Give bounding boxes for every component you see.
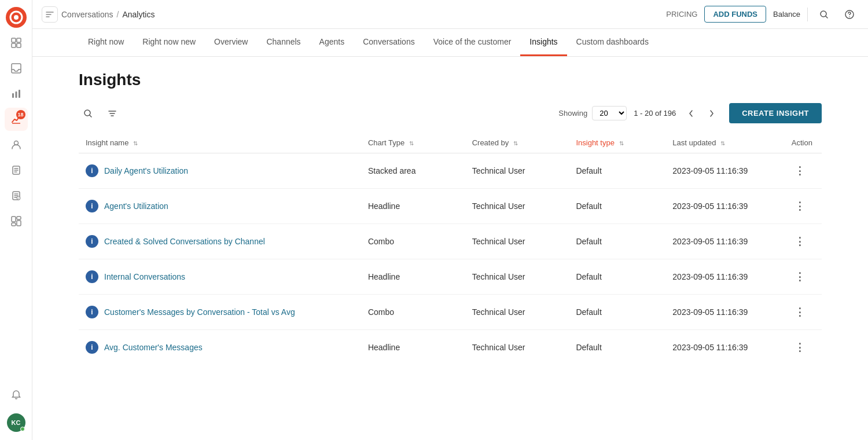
cell-insight-name-0: i Daily Agent's Utilization <box>79 153 361 189</box>
th-chart-type[interactable]: Chart Type ⇅ <box>361 133 465 153</box>
svg-rect-17 <box>17 221 21 226</box>
sort-insight-name-icon: ⇅ <box>133 140 138 146</box>
insight-link-1[interactable]: Agent's Utilization <box>104 201 168 211</box>
breadcrumb-current: Analytics <box>122 10 155 19</box>
main-area: Conversations / Analytics PRICING ADD FU… <box>32 0 868 440</box>
cell-chart-type-2: Combo <box>361 224 465 259</box>
info-icon-2[interactable]: i <box>86 235 98 248</box>
cell-last-updated-2: 2023-09-05 11:16:39 <box>665 224 784 259</box>
header-divider <box>807 8 808 21</box>
table-row: i Daily Agent's Utilization Stacked area… <box>79 153 822 189</box>
info-icon-1[interactable]: i <box>86 200 98 212</box>
balance-label: Balance <box>773 10 800 19</box>
sidebar-item-reports2[interactable] <box>5 159 28 182</box>
sidebar-item-inbox[interactable] <box>5 57 28 80</box>
cell-chart-type-4: Combo <box>361 295 465 330</box>
svg-rect-10 <box>19 90 20 98</box>
insights-table: Insight name ⇅ Chart Type ⇅ Created by ⇅… <box>79 133 822 365</box>
sidebar-item-reports[interactable] <box>5 82 28 105</box>
cell-action-4: ⋮ <box>785 295 822 330</box>
insight-link-5[interactable]: Avg. Customer's Messages <box>104 343 203 352</box>
page-range: 1 - 20 of 196 <box>634 109 676 118</box>
user-avatar: KC <box>7 413 25 432</box>
help-button[interactable] <box>840 5 859 24</box>
tab-insights[interactable]: Insights <box>520 29 567 56</box>
tab-right-now-new[interactable]: Right now new <box>133 29 205 56</box>
add-funds-button[interactable]: ADD FUNDS <box>704 6 766 23</box>
sidebar-item-analytics[interactable]: 18 <box>5 108 28 131</box>
cell-created-by-1: Technical User <box>465 189 569 224</box>
sidebar-avatar[interactable]: KC <box>5 411 28 434</box>
cell-created-by-0: Technical User <box>465 153 569 189</box>
svg-rect-9 <box>15 91 17 98</box>
tab-channels[interactable]: Channels <box>257 29 310 56</box>
table-row: i Agent's Utilization Headline Technical… <box>79 189 822 224</box>
breadcrumb-parent[interactable]: Conversations <box>61 10 113 19</box>
expand-nav-button[interactable] <box>42 6 58 23</box>
cell-insight-type-2: Default <box>569 224 665 259</box>
tab-navigation: Right now Right now new Overview Channel… <box>32 29 868 57</box>
info-icon-0[interactable]: i <box>86 164 98 177</box>
tab-conversations[interactable]: Conversations <box>354 29 424 56</box>
info-icon-3[interactable]: i <box>86 270 98 283</box>
cell-last-updated-4: 2023-09-05 11:16:39 <box>665 295 784 330</box>
svg-rect-4 <box>17 38 21 42</box>
tab-voice-of-customer[interactable]: Voice of the customer <box>424 29 521 56</box>
action-menu-button-1[interactable]: ⋮ <box>792 198 808 214</box>
table-row: i Customer's Messages by Conversation - … <box>79 295 822 330</box>
info-icon-4[interactable]: i <box>86 306 98 318</box>
svg-point-21 <box>849 16 850 17</box>
toolbar-row: Showing 20 50 100 1 - 20 of 196 <box>79 103 822 123</box>
action-menu-button-5[interactable]: ⋮ <box>792 339 808 355</box>
prev-page-button[interactable] <box>683 105 699 122</box>
top-header: Conversations / Analytics PRICING ADD FU… <box>32 0 868 29</box>
tab-overview[interactable]: Overview <box>205 29 257 56</box>
sidebar-logo[interactable] <box>5 6 28 29</box>
cell-action-3: ⋮ <box>785 259 822 295</box>
action-menu-button-0[interactable]: ⋮ <box>792 163 808 179</box>
tab-right-now[interactable]: Right now <box>79 29 133 56</box>
th-last-updated[interactable]: Last updated ⇅ <box>665 133 784 153</box>
cell-insight-name-2: i Created & Solved Conversations by Chan… <box>79 224 361 259</box>
cell-chart-type-1: Headline <box>361 189 465 224</box>
showing-label: Showing <box>558 109 587 118</box>
table-header: Insight name ⇅ Chart Type ⇅ Created by ⇅… <box>79 133 822 153</box>
sidebar-item-audit[interactable] <box>5 184 28 207</box>
insight-link-0[interactable]: Daily Agent's Utilization <box>104 166 188 175</box>
search-insights-button[interactable] <box>79 104 97 123</box>
sort-chart-type-icon: ⇅ <box>409 140 414 146</box>
action-menu-button-2[interactable]: ⋮ <box>792 233 808 250</box>
tab-agents[interactable]: Agents <box>310 29 354 56</box>
next-page-button[interactable] <box>704 105 720 122</box>
action-menu-button-3[interactable]: ⋮ <box>792 269 808 285</box>
action-menu-button-4[interactable]: ⋮ <box>792 304 808 320</box>
filter-button[interactable] <box>103 104 122 123</box>
cell-created-by-5: Technical User <box>465 330 569 365</box>
th-created-by[interactable]: Created by ⇅ <box>465 133 569 153</box>
svg-point-2 <box>14 15 19 20</box>
cell-action-0: ⋮ <box>785 153 822 189</box>
tab-custom-dashboards[interactable]: Custom dashboards <box>567 29 658 56</box>
breadcrumb-separator: / <box>117 10 119 19</box>
sidebar-bell[interactable] <box>5 383 28 406</box>
sidebar: 18 <box>0 0 32 440</box>
svg-rect-6 <box>17 43 21 47</box>
cell-insight-type-3: Default <box>569 259 665 295</box>
sidebar-item-dashboard[interactable] <box>5 210 28 233</box>
cell-insight-name-1: i Agent's Utilization <box>79 189 361 224</box>
pricing-link[interactable]: PRICING <box>666 10 697 19</box>
th-insight-name[interactable]: Insight name ⇅ <box>79 133 361 153</box>
per-page-select[interactable]: 20 50 100 <box>592 106 627 120</box>
svg-rect-18 <box>12 223 16 226</box>
th-insight-type[interactable]: Insight type ⇅ <box>569 133 665 153</box>
insight-link-3[interactable]: Internal Conversations <box>104 272 185 281</box>
insight-link-4[interactable]: Customer's Messages by Conversation - To… <box>104 307 295 317</box>
info-icon-5[interactable]: i <box>86 341 98 354</box>
cell-action-1: ⋮ <box>785 189 822 224</box>
page-title: Insights <box>79 71 822 89</box>
sidebar-item-grid[interactable] <box>5 31 28 54</box>
search-button[interactable] <box>815 5 833 24</box>
insight-link-2[interactable]: Created & Solved Conversations by Channe… <box>104 237 265 246</box>
create-insight-button[interactable]: CREATE INSIGHT <box>729 103 822 123</box>
sidebar-item-contacts[interactable] <box>5 133 28 156</box>
